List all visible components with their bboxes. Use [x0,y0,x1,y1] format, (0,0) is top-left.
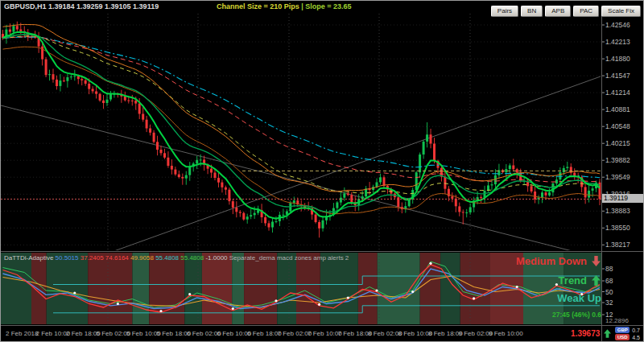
usd-value: 4.5 [632,335,640,340]
slope-label: | Slope = 23.65 [301,2,351,10]
signal-dot [516,286,518,288]
indicator-header: DaTTDi-Adaptive 50.5015 37.2405 74.6164 … [4,254,349,262]
usd-badge: USD [615,334,630,340]
oscillator-zone [358,253,378,324]
oscillator-zone [277,253,296,324]
signal-dot [232,307,234,310]
signal-dot [73,291,76,294]
channel-line [49,76,601,274]
moving-average [3,32,601,219]
oscillator-zone [88,253,132,324]
indicator-header-part: 50.5015 [56,254,80,262]
signal-dot [375,289,378,291]
moving-average [3,37,601,178]
chart-canvas [1,1,644,342]
price-axis-separator [601,14,602,341]
oscillator-zone [1,253,31,324]
oscillator-layer [1,253,601,324]
oscillator-zone [440,253,460,324]
indicator-header-part: 55.4808 [180,254,205,262]
gbp-strength-row: GBP 0.7 [615,327,640,333]
stat-label: 27:45 (46%) 0.6 [552,311,601,319]
signal-stat: 27:45 (46%) 0.6 [552,311,601,319]
signal-dot [347,296,349,299]
moving-average [3,47,601,214]
usd-strength-row: USD 4.5 [615,334,640,340]
moving-average [3,36,601,194]
ohlc-readout: GBPUSD,H1 1.39184 1.39259 1.39105 1.3911… [4,2,159,10]
signal-dot [159,310,162,312]
down-arrow-icon [591,256,601,266]
weak-up-label: Weak Up [557,292,601,304]
gbp-badge: GBP [615,327,630,333]
toolbar-button-bn[interactable]: BN [521,6,543,17]
indicator-header-part: 37.2405 [80,254,105,262]
signal-dot [429,262,431,265]
signal-dot [275,299,277,302]
signal-dot [188,293,191,295]
oscillator-zone [232,253,244,324]
signal-dot [555,283,558,286]
oscillator-zone [244,253,277,324]
oscillator-bottom-value: 12.2896 [605,317,629,324]
oscillator-zone [132,253,149,324]
signal-dot [318,303,320,306]
signal-dot [117,303,119,305]
indicator-header-part: DaTTDi-Adaptive [4,254,56,262]
toolbar-button-pac[interactable]: PAC [573,6,599,17]
channel-info: Channel Size = 210 Pips | Slope = 23.65 [217,2,352,10]
indicator-header-part: -1.0000 [205,254,229,262]
mt4-chart-window: 1.425461.422131.418801.415471.412141.408… [0,0,644,342]
signal-trend: Trend [559,274,601,286]
toolbar-button-apb[interactable]: APB [545,6,571,17]
oscillator-zone [202,253,232,324]
toolbar-button-pairs[interactable]: Pairs [491,6,518,17]
moving-average [3,35,601,212]
trend-label: Trend [559,274,587,286]
top-bar: GBPUSD,H1 1.39184 1.39259 1.39105 1.3911… [1,1,643,14]
signal-weak-up: Weak Up [557,292,601,304]
oscillator-zone [320,253,358,324]
signal-dot [411,290,414,293]
indicator-header-part: 49.9058 [130,254,155,262]
up-arrow-icon [604,329,611,338]
quote-widget: 1.39673 GBP 0.7 USD 4.5 [571,327,640,340]
oscillator-zone [296,253,320,324]
oscillator-zone [184,253,202,324]
quote-price: 1.39673 [571,329,600,338]
toolbar-button-scale-fix[interactable]: Scale Fix [601,6,641,17]
toolbar-buttons: PairsBNAPBPACScale Fix [489,2,641,17]
panel-timeaxis-separator [1,325,643,326]
oscillator-zone [149,253,184,324]
indicator-header-part: 74.6164 [105,254,130,262]
indicator-header-part: 55.4808 [155,254,180,262]
medium-down-label: Medium Down [516,255,587,267]
signal-medium-down: Medium Down [516,255,601,267]
gbp-value: 0.7 [632,328,640,333]
indicator-header-part: Separate_dema macd zones amp alerts 2 [229,254,349,262]
signal-dot [473,297,475,299]
chart-panel-separator[interactable] [1,251,643,252]
currency-strength: GBP 0.7 USD 4.5 [615,327,640,340]
channel-size-label: Channel Size = 210 Pips [217,2,299,10]
up-arrow-icon [591,275,601,286]
